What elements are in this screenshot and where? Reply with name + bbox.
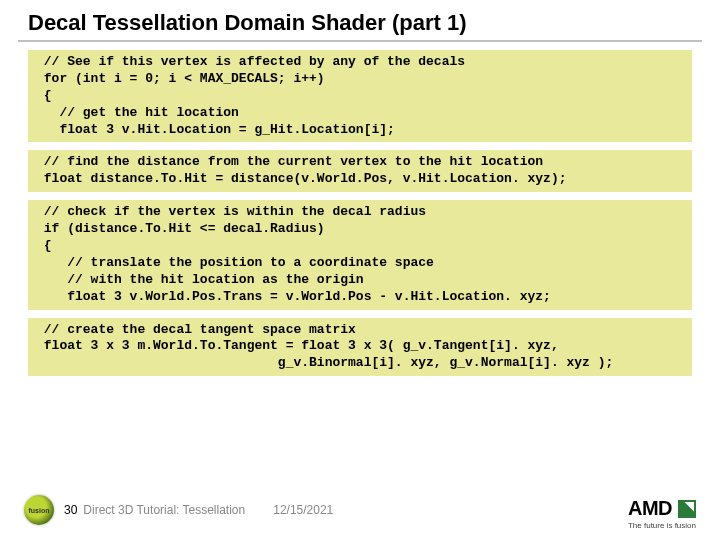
code-block-3: // check if the vertex is within the dec…	[28, 200, 692, 309]
slide-date: 12/15/2021	[273, 503, 333, 517]
brand-name: AMD	[628, 497, 672, 520]
slide-title: Decal Tessellation Domain Shader (part 1…	[0, 0, 720, 40]
code-block-1: // See if this vertex is affected by any…	[28, 50, 692, 142]
brand-tagline: The future is fusion	[628, 521, 696, 530]
slide-number: 30	[64, 503, 77, 517]
amd-arrow-icon	[678, 500, 696, 518]
code-area: // See if this vertex is affected by any…	[0, 50, 720, 376]
fusion-badge-icon: fusion	[24, 495, 54, 525]
code-block-4: // create the decal tangent space matrix…	[28, 318, 692, 377]
title-underline	[18, 40, 702, 42]
code-block-2: // find the distance from the current ve…	[28, 150, 692, 192]
deck-name: Direct 3D Tutorial: Tessellation	[83, 503, 245, 517]
brand-logo: AMD The future is fusion	[628, 497, 696, 530]
footer: fusion 30 Direct 3D Tutorial: Tessellati…	[0, 486, 720, 540]
